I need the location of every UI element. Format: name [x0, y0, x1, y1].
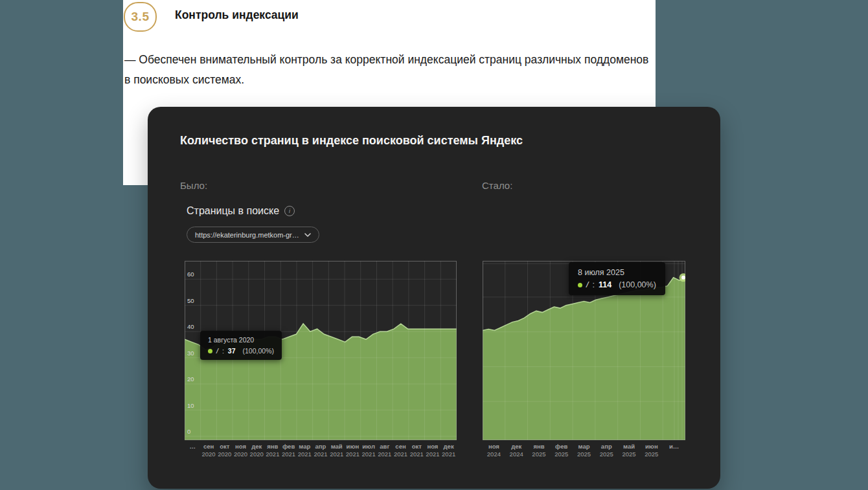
svg-text:июл: июл — [362, 443, 375, 450]
svg-text:2021: 2021 — [314, 451, 327, 458]
svg-text:2020: 2020 — [250, 451, 264, 458]
svg-text:2021: 2021 — [266, 451, 279, 458]
svg-text:ноя: ноя — [427, 443, 438, 450]
svg-text:2020: 2020 — [201, 451, 215, 458]
svg-text:апр: апр — [315, 443, 326, 450]
svg-text:окт: окт — [412, 443, 422, 450]
card-title: Количество страниц в индексе поисковой с… — [180, 134, 523, 148]
svg-text:2025: 2025 — [577, 451, 591, 458]
svg-text:июн: июн — [347, 443, 360, 450]
svg-text:2024: 2024 — [510, 451, 523, 458]
svg-text:дек: дек — [251, 443, 262, 450]
svg-text:2020: 2020 — [218, 451, 231, 458]
svg-text:2025: 2025 — [645, 451, 658, 458]
series-dot-icon — [208, 349, 212, 353]
svg-text:2021: 2021 — [298, 451, 312, 458]
after-label: Стало: — [482, 180, 512, 191]
page-background: 3.5 Контроль индексации — Обеспечен вним… — [0, 0, 868, 490]
chart-before[interactable]: 1 августа 2020 /: 37 (100,00%) 010203040… — [185, 261, 457, 460]
svg-text:2021: 2021 — [410, 451, 424, 458]
svg-text:ноя: ноя — [488, 443, 499, 450]
svg-text:10: 10 — [187, 402, 194, 409]
svg-text:дек: дек — [444, 443, 454, 450]
svg-text:20: 20 — [187, 375, 194, 383]
svg-text:дек: дек — [511, 443, 521, 450]
svg-text:и…: и… — [669, 443, 679, 450]
svg-text:2021: 2021 — [282, 451, 295, 458]
svg-text:0: 0 — [187, 428, 190, 435]
svg-text:2021: 2021 — [330, 451, 343, 458]
svg-text:май: май — [623, 443, 635, 450]
tooltip-colon: : — [592, 280, 594, 289]
tooltip-before: 1 августа 2020 /: 37 (100,00%) — [200, 331, 282, 360]
svg-text:2025: 2025 — [554, 451, 568, 458]
svg-text:2024: 2024 — [487, 451, 501, 458]
svg-text:окт: окт — [220, 443, 230, 450]
tooltip-percent: (100,00%) — [243, 347, 274, 355]
tooltip-colon: : — [222, 347, 224, 355]
widget-title: Страницы в поиске — [187, 205, 279, 217]
domain-selector[interactable]: https://ekaterinburg.metkom-gr… — [187, 227, 319, 243]
tooltip-percent: (100,00%) — [619, 280, 656, 289]
tooltip-value-row: /: 37 (100,00%) — [208, 347, 274, 355]
svg-text:2021: 2021 — [442, 451, 455, 458]
tooltip-value: 114 — [599, 280, 611, 289]
svg-text:2021: 2021 — [394, 451, 407, 458]
svg-text:2021: 2021 — [346, 451, 360, 458]
svg-text:…: … — [190, 443, 196, 450]
svg-text:50: 50 — [187, 297, 194, 304]
svg-text:2025: 2025 — [532, 451, 545, 458]
domain-selector-value: https://ekaterinburg.metkom-gr… — [195, 231, 299, 239]
svg-text:июн: июн — [645, 443, 658, 450]
chart-after[interactable]: 8 июля 2025 /: 114 (100,00%) ноя2024дек2… — [483, 261, 685, 460]
svg-text:янв: янв — [533, 443, 544, 450]
section-title: Контроль индексации — [175, 8, 299, 22]
stats-card: Количество страниц в индексе поисковой с… — [148, 107, 720, 489]
svg-text:май: май — [331, 443, 343, 450]
svg-text:40: 40 — [187, 323, 194, 330]
svg-text:янв: янв — [267, 443, 278, 450]
tooltip-date: 1 августа 2020 — [208, 336, 274, 344]
svg-text:2021: 2021 — [426, 451, 439, 458]
svg-text:мар: мар — [578, 443, 590, 450]
svg-text:мар: мар — [299, 443, 310, 450]
svg-text:2025: 2025 — [600, 451, 613, 458]
svg-text:сен: сен — [395, 443, 406, 450]
svg-text:фев: фев — [282, 443, 295, 450]
section-paragraph: — Обеспечен внимательный контроль за кор… — [124, 50, 656, 90]
svg-text:фев: фев — [555, 443, 567, 450]
info-icon[interactable]: i — [284, 206, 295, 216]
widget-title-row: Страницы в поиске i — [187, 205, 295, 217]
svg-text:2020: 2020 — [234, 451, 247, 458]
tooltip-after: 8 июля 2025 /: 114 (100,00%) — [569, 262, 665, 295]
svg-text:2021: 2021 — [378, 451, 391, 458]
svg-text:ноя: ноя — [235, 443, 246, 450]
svg-text:60: 60 — [187, 271, 194, 278]
series-dot-icon — [578, 283, 582, 287]
tooltip-host: / — [216, 347, 218, 355]
tooltip-value: 37 — [228, 347, 236, 355]
svg-text:2025: 2025 — [622, 451, 635, 458]
chevron-down-icon — [304, 233, 311, 237]
before-label: Было: — [180, 180, 207, 191]
svg-text:апр: апр — [601, 443, 612, 450]
svg-text:сен: сен — [203, 443, 214, 450]
svg-text:30: 30 — [187, 350, 194, 357]
svg-text:2021: 2021 — [362, 451, 376, 458]
tooltip-date: 8 июля 2025 — [578, 268, 656, 277]
tooltip-host: / — [586, 280, 588, 289]
svg-text:авг: авг — [380, 443, 389, 450]
tooltip-value-row: /: 114 (100,00%) — [578, 280, 656, 289]
section-number-badge: 3.5 — [124, 2, 157, 32]
